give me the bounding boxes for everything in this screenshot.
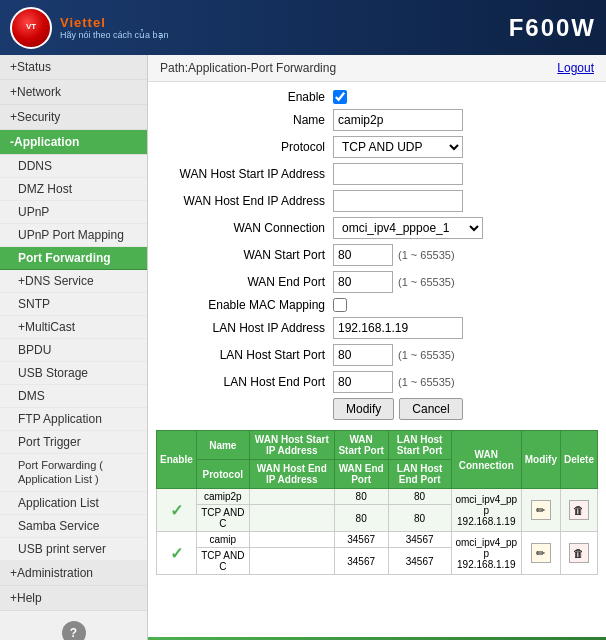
row1-wan-host-start bbox=[249, 489, 334, 505]
enable-mac-checkbox[interactable] bbox=[333, 298, 347, 312]
lan-host-end-port-input[interactable] bbox=[333, 371, 393, 393]
lan-host-end-port-hint: (1 ~ 65535) bbox=[398, 376, 455, 388]
row2-name: camip bbox=[196, 532, 249, 548]
lan-host-ip-input[interactable] bbox=[333, 317, 463, 339]
sidebar-item-port-forwarding[interactable]: Port Forwarding bbox=[0, 247, 147, 270]
row1-delete-button[interactable]: 🗑 bbox=[569, 500, 589, 520]
sidebar-item-upnp-port-mapping[interactable]: UPnP Port Mapping bbox=[0, 224, 147, 247]
form-row-wan-host-end: WAN Host End IP Address bbox=[158, 190, 596, 212]
row2-enable: ✓ bbox=[157, 532, 197, 575]
row1-enable: ✓ bbox=[157, 489, 197, 532]
row2-lan-host-start: 34567 bbox=[388, 532, 451, 548]
wan-connection-label: WAN Connection bbox=[158, 221, 333, 235]
sidebar-footer: ? bbox=[0, 611, 147, 640]
row2-delete[interactable]: 🗑 bbox=[560, 532, 597, 575]
logout-link[interactable]: Logout bbox=[557, 61, 594, 75]
logo-text-area: Viettel Hãy nói theo cách của bạn bbox=[60, 15, 169, 40]
logo-icon: VT bbox=[26, 23, 36, 32]
sidebar-item-dns-service[interactable]: +DNS Service bbox=[0, 270, 147, 293]
name-label: Name bbox=[158, 113, 333, 127]
row2-edit-button[interactable]: ✏ bbox=[531, 543, 551, 563]
sidebar-item-ddns[interactable]: DDNS bbox=[0, 155, 147, 178]
checkmark-icon: ✓ bbox=[170, 545, 183, 562]
sidebar-item-port-forwarding-applist[interactable]: Port Forwarding (Application List ) bbox=[0, 454, 147, 492]
wan-end-port-label: WAN End Port bbox=[158, 275, 333, 289]
wan-end-port-input[interactable] bbox=[333, 271, 393, 293]
row2-modify[interactable]: ✏ bbox=[521, 532, 560, 575]
name-input[interactable] bbox=[333, 109, 463, 131]
wan-host-end-input[interactable] bbox=[333, 190, 463, 212]
enable-checkbox[interactable] bbox=[333, 90, 347, 104]
wan-end-port-hint: (1 ~ 65535) bbox=[398, 276, 455, 288]
row1-modify[interactable]: ✏ bbox=[521, 489, 560, 532]
row1-delete[interactable]: 🗑 bbox=[560, 489, 597, 532]
row2-lan-host-end: 34567 bbox=[388, 548, 451, 575]
wan-start-port-input[interactable] bbox=[333, 244, 393, 266]
logo-circle: VT bbox=[10, 7, 52, 49]
sidebar-item-network[interactable]: +Network bbox=[0, 80, 147, 105]
sidebar-item-security[interactable]: +Security bbox=[0, 105, 147, 130]
form-row-wan-connection: WAN Connection omci_ipv4_pppoe_1 bbox=[158, 217, 596, 239]
sidebar-item-sntp[interactable]: SNTP bbox=[0, 293, 147, 316]
sidebar-item-ftp-application[interactable]: FTP Application bbox=[0, 408, 147, 431]
th-protocol: Protocol bbox=[196, 460, 249, 489]
sidebar-item-help[interactable]: +Help bbox=[0, 586, 147, 611]
row2-delete-button[interactable]: 🗑 bbox=[569, 543, 589, 563]
th-enable: Enable bbox=[157, 431, 197, 489]
main-layout: +Status +Network +Security -Application … bbox=[0, 55, 606, 640]
wan-start-port-label: WAN Start Port bbox=[158, 248, 333, 262]
form-row-protocol: Protocol TCP AND UDP TCP UDP bbox=[158, 136, 596, 158]
sidebar-item-usb-storage[interactable]: USB Storage bbox=[0, 362, 147, 385]
row1-name: camip2p bbox=[196, 489, 249, 505]
sidebar-item-administration[interactable]: +Administration bbox=[0, 561, 147, 586]
footer-bar bbox=[148, 637, 606, 640]
sidebar-item-application[interactable]: -Application bbox=[0, 130, 147, 155]
row1-edit-button[interactable]: ✏ bbox=[531, 500, 551, 520]
th-wan-start-port: WAN Start Port bbox=[334, 431, 388, 460]
th-wan-connection: WAN Connection bbox=[451, 431, 521, 489]
header: VT Viettel Hãy nói theo cách của bạn F60… bbox=[0, 0, 606, 55]
th-name: Name bbox=[196, 431, 249, 460]
sidebar-item-usb-print-server[interactable]: USB print server bbox=[0, 538, 147, 561]
sidebar-item-status[interactable]: +Status bbox=[0, 55, 147, 80]
lan-host-start-port-input[interactable] bbox=[333, 344, 393, 366]
path-bar: Path:Application-Port Forwarding Logout bbox=[148, 55, 606, 82]
form-row-enable-mac: Enable MAC Mapping bbox=[158, 298, 596, 312]
sidebar-item-application-list[interactable]: Application List bbox=[0, 492, 147, 515]
lan-host-end-port-label: LAN Host End Port bbox=[158, 375, 333, 389]
th-wan-host-start: WAN Host Start IP Address bbox=[249, 431, 334, 460]
logo-area: VT Viettel Hãy nói theo cách của bạn bbox=[10, 7, 169, 49]
sidebar-item-dmzhost[interactable]: DMZ Host bbox=[0, 178, 147, 201]
sidebar-item-samba-service[interactable]: Samba Service bbox=[0, 515, 147, 538]
sidebar-item-multicast[interactable]: +MultiCast bbox=[0, 316, 147, 339]
sidebar-item-upnp[interactable]: UPnP bbox=[0, 201, 147, 224]
modify-button[interactable]: Modify bbox=[333, 398, 394, 420]
th-modify: Modify bbox=[521, 431, 560, 489]
row1-wan-end-port: 80 bbox=[334, 505, 388, 532]
sidebar-item-dms[interactable]: DMS bbox=[0, 385, 147, 408]
wan-start-port-hint: (1 ~ 65535) bbox=[398, 249, 455, 261]
form-row-enable: Enable bbox=[158, 90, 596, 104]
form-row-name: Name bbox=[158, 109, 596, 131]
row2-wan-end-port: 34567 bbox=[334, 548, 388, 575]
form-area: Enable Name Protocol TCP AND UDP TCP UDP… bbox=[148, 82, 606, 430]
sidebar-item-port-trigger[interactable]: Port Trigger bbox=[0, 431, 147, 454]
row2-wan-connection: omci_ipv4_ppp192.168.1.19 bbox=[451, 532, 521, 575]
protocol-select[interactable]: TCP AND UDP TCP UDP bbox=[333, 136, 463, 158]
form-row-lan-host-ip: LAN Host IP Address bbox=[158, 317, 596, 339]
wan-connection-select[interactable]: omci_ipv4_pppoe_1 bbox=[333, 217, 483, 239]
row2-protocol: TCP AND C bbox=[196, 548, 249, 575]
logo-brand: Viettel bbox=[60, 15, 169, 30]
model-name: F600W bbox=[509, 14, 596, 42]
lan-host-ip-label: LAN Host IP Address bbox=[158, 321, 333, 335]
row2-wan-host-end bbox=[249, 548, 334, 575]
sidebar-item-bpdu[interactable]: BPDU bbox=[0, 339, 147, 362]
help-button[interactable]: ? bbox=[62, 621, 86, 640]
row2-wan-start-port: 34567 bbox=[334, 532, 388, 548]
row2-wan-host-start bbox=[249, 532, 334, 548]
form-row-buttons: Modify Cancel bbox=[158, 398, 596, 420]
row1-wan-connection: omci_ipv4_ppp192.168.1.19 bbox=[451, 489, 521, 532]
wan-host-start-input[interactable] bbox=[333, 163, 463, 185]
enable-label: Enable bbox=[158, 90, 333, 104]
cancel-button[interactable]: Cancel bbox=[399, 398, 462, 420]
